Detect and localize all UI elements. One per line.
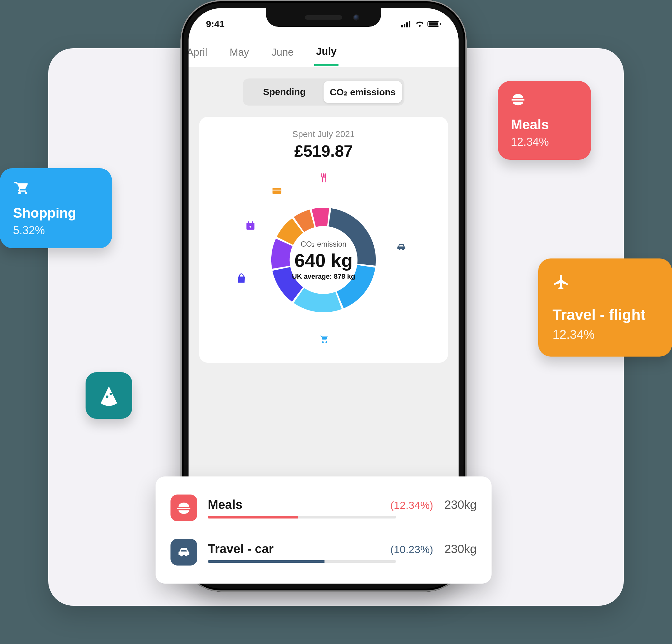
spent-amount: £519.87 [208,142,439,160]
callout-meals-title: Meals [511,117,578,132]
callout-shopping-value: 5.32% [13,224,99,237]
tab-july[interactable]: July [314,39,338,66]
car-icon [170,539,197,565]
svg-rect-3 [409,21,410,27]
camera-icon [353,14,359,21]
fork-knife-icon [317,172,330,184]
burger-icon [511,92,578,109]
view-toggle: Spending CO₂ emissions [243,79,405,106]
callout-flight: Travel - flight 12.34% [538,258,672,356]
car-icon [395,241,408,253]
row-name: Meals [208,497,384,512]
svg-point-7 [322,341,324,343]
row-pct: (12.34%) [390,499,433,511]
svg-rect-2 [406,22,408,27]
svg-rect-6 [440,23,441,25]
bag-icon [235,272,248,285]
donut-value: 640 kg [292,250,355,271]
svg-rect-0 [401,25,403,27]
pizza-icon [98,385,120,406]
row-pct: (10.23%) [390,543,433,555]
donut-slice [294,288,342,312]
phone-notch [266,8,381,27]
svg-rect-11 [248,221,249,224]
callout-shopping: Shopping 5.32% [0,168,112,248]
toggle-spending[interactable]: Spending [245,81,324,103]
donut-label: CO₂ emission [292,240,355,248]
list-item-meals[interactable]: Meals (12.34%) 230kg [170,489,477,527]
svg-point-13 [250,226,251,227]
tab-april[interactable]: April [189,39,209,65]
toggle-co2[interactable]: CO₂ emissions [324,81,402,103]
callout-shopping-title: Shopping [13,205,99,221]
svg-rect-12 [252,221,253,224]
chip-pizza [86,372,132,419]
row-kg: 230kg [444,542,477,556]
category-list-card: Meals (12.34%) 230kg Travel - car (10.23… [156,477,492,584]
row-bar [208,516,396,518]
callout-flight-value: 12.34% [553,328,658,342]
cart-icon [13,179,99,197]
month-tabs: April May June July [189,39,459,66]
cellular-icon [401,21,412,27]
callout-meals: Meals 12.34% [498,81,591,160]
plane-icon [553,273,658,294]
credit-card-icon [271,185,283,197]
svg-point-8 [325,341,327,343]
summary-card: Spent July 2021 £519.87 [199,117,448,363]
calendar-icon [244,220,257,232]
tab-may[interactable]: May [228,39,251,65]
cart-small-icon [318,333,331,346]
callout-flight-title: Travel - flight [553,306,658,323]
row-name: Travel - car [208,542,384,556]
donut-slice [271,238,292,269]
tab-june[interactable]: June [269,39,296,65]
donut-avg: UK average: 878 kg [292,272,355,281]
svg-rect-1 [404,24,405,27]
donut-center: CO₂ emission 640 kg UK average: 878 kg [292,240,355,281]
burger-icon [170,494,197,521]
svg-rect-5 [429,22,438,25]
battery-icon [428,21,441,27]
donut-chart: CO₂ emission 640 kg UK average: 878 kg [237,173,411,347]
list-item-travel-car[interactable]: Travel - car (10.23%) 230kg [170,533,477,571]
wifi-icon [415,21,424,27]
callout-meals-value: 12.34% [511,136,578,149]
spent-label: Spent July 2021 [208,129,439,139]
row-kg: 230kg [444,498,477,512]
svg-rect-15 [273,190,281,191]
status-time: 9:41 [206,19,225,29]
row-bar [208,560,396,563]
donut-slice [312,208,329,227]
